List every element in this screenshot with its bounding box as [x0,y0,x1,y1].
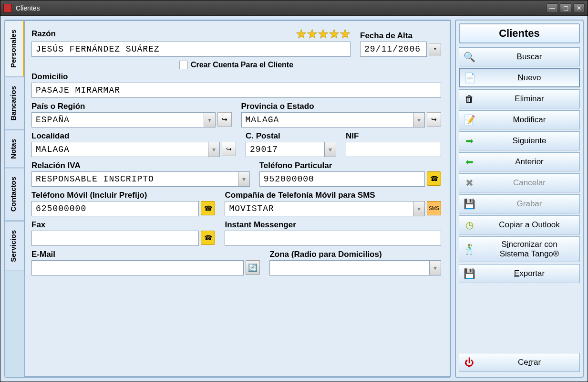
lookup-localidad-button[interactable]: ↪ [222,142,236,156]
input-compania[interactable]: MOVISTAR [225,201,413,216]
input-fecha-alta[interactable]: 29/11/2006 [360,42,427,57]
input-instant[interactable] [225,231,441,246]
tab-contactos[interactable]: Contactos [5,168,24,221]
input-fax[interactable] [31,231,199,246]
lookup-provincia-button[interactable]: ↪ [427,112,441,127]
tango-icon: 🕺 [459,244,479,255]
cancel-icon: ✖ [459,177,479,189]
tab-servicios[interactable]: Servicios [5,221,24,271]
call-movil-button[interactable]: ☎ [201,201,215,215]
modify-button[interactable]: 📝Modificar [459,110,580,129]
input-pais[interactable]: ESPAÑA [31,112,204,127]
label-domicilio: Domicilio [31,72,441,82]
lookup-pais-button[interactable]: ↪ [217,112,232,127]
app-icon [3,4,12,12]
input-tel-movil[interactable]: 625000000 [31,201,199,216]
label-nif: NIF [346,131,441,141]
label-pais: País o Región [31,102,232,111]
form-content: Razón ★★★★★ JESÚS FERNÁNDEZ SUÁREZ Fecha… [24,21,450,377]
export-button[interactable]: 💾Exportar [459,264,580,283]
input-zona[interactable] [269,260,430,276]
label-fax: Fax [31,220,215,230]
input-provincia[interactable]: MALAGA [241,112,414,127]
save-button[interactable]: 💾Grabar [459,194,580,213]
label-compania: Compañía de Telefonía Móvil para SMS [225,191,441,200]
input-tel-particular[interactable]: 952000000 [259,171,425,187]
label-localidad: Localidad [31,131,236,141]
label-tel-particular: Teléfono Particular [259,161,441,170]
tab-personales[interactable]: Personales [5,21,24,77]
label-razon: Razón [31,29,56,39]
phone-icon: ☎ [204,234,212,242]
close-button[interactable]: ⏻Cerrar [459,353,580,372]
dropdown-zona[interactable]: ▾ [430,260,441,276]
delete-button[interactable]: 🗑Eliminar [459,89,580,108]
label-tel-movil: Teléfono Móvil (Incluir Prefijo) [31,191,215,200]
power-icon: ⏻ [459,357,479,368]
label-zona: Zona (Radio para Domicilios) [269,250,441,259]
input-relacion-iva[interactable]: RESPONSABLE INSCRIPTO [31,171,238,187]
label-fecha-alta: Fecha de Alta [360,31,441,41]
arrow-right-icon: ➡ [459,135,479,147]
dropdown-localidad[interactable]: ▾ [208,142,220,157]
search-button[interactable]: 🔍BBuscaruscar [459,47,580,66]
copy-outlook-button[interactable]: ◷Copiar a Outlook [459,215,580,234]
dropdown-compania[interactable]: ▾ [413,201,425,216]
save-icon: 💾 [459,198,479,210]
label-relacion-iva: Relación IVA [31,161,250,170]
titlebar: Clientes — ▢ ✕ [0,0,588,16]
fax-button[interactable]: ☎ [201,231,215,245]
label-provincia: Provincia o Estado [241,102,442,111]
maximize-button[interactable]: ▢ [560,3,571,13]
input-cpostal[interactable]: 29017 [246,142,325,157]
delete-icon: 🗑 [459,94,479,105]
sync-icon: 🔄 [248,263,258,272]
dropdown-provincia[interactable]: ▾ [413,112,425,127]
phone-icon: ☎ [430,175,438,182]
tab-bancarios[interactable]: Bancarios [5,77,24,130]
action-sidebar: Clientes 🔍BBuscaruscar 📄Nuevo 🗑Eliminar … [455,20,584,378]
label-cpostal: C. Postal [246,131,336,141]
checkbox-crear-cuenta[interactable] [179,61,188,69]
window-title: Clientes [16,4,547,12]
edit-icon: 📝 [459,114,479,126]
export-icon: 💾 [459,268,479,279]
input-razon[interactable]: JESÚS FERNÁNDEZ SUÁREZ [31,42,351,57]
search-icon: 🔍 [459,51,479,63]
input-email[interactable] [31,260,244,276]
input-localidad[interactable]: MALAGA [31,142,208,157]
input-domicilio[interactable]: PASAJE MIRARMAR [31,83,441,98]
phone-icon: ☎ [204,204,212,212]
dropdown-pais[interactable]: ▾ [204,112,216,127]
arrow-left-icon: ⬅ [459,156,479,168]
next-button[interactable]: ➡Siguiente [459,131,580,150]
tab-notas[interactable]: Notas [5,130,24,168]
new-icon: 📄 [460,72,480,84]
cancel-button[interactable]: ✖Cancelar [459,173,580,192]
close-window-button[interactable]: ✕ [573,3,585,13]
sidebar-title: Clientes [459,23,580,43]
previous-button[interactable]: ⬅Anterior [459,152,580,171]
outlook-icon: ◷ [459,219,479,231]
sms-button[interactable]: SMS [427,201,441,215]
input-nif[interactable] [346,142,441,157]
minimize-button[interactable]: — [547,3,558,13]
main-panel: Personales Bancarios Notas Contactos Ser… [4,20,451,378]
new-button[interactable]: 📄Nuevo [459,68,580,87]
email-sync-button[interactable]: 🔄 [246,260,260,275]
sync-tango-button[interactable]: 🕺Sincronizar conSistema Tango® [459,236,580,262]
label-email: E-Mail [31,250,260,259]
label-crear-cuenta: Crear Cuenta Para el Cliente [191,61,293,69]
label-instant: Instant Messenger [225,220,441,230]
sms-icon: SMS [429,206,439,211]
date-picker-button[interactable]: ▫ [429,43,441,55]
call-particular-button[interactable]: ☎ [427,171,441,186]
dropdown-cpostal[interactable]: ▾ [325,142,336,157]
dropdown-relacion-iva[interactable]: ▾ [238,171,250,187]
tab-strip: Personales Bancarios Notas Contactos Ser… [5,21,24,377]
rating-stars[interactable]: ★★★★★ [296,27,351,42]
